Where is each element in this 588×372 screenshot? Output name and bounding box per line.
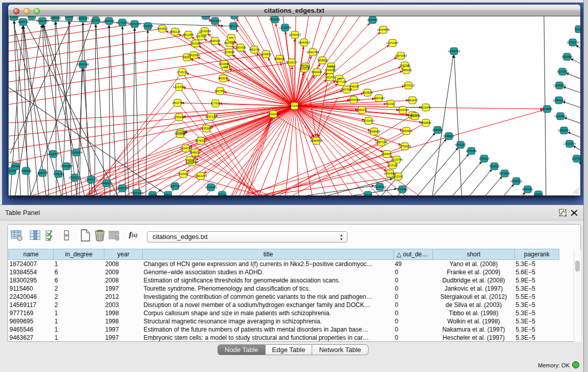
- svg-text:9115460: 9115460: [421, 106, 431, 109]
- svg-text:8215955: 8215955: [542, 107, 553, 111]
- svg-text:546: 546: [229, 36, 234, 39]
- svg-text:12093832: 12093832: [553, 84, 565, 87]
- svg-text:16914479: 16914479: [194, 174, 207, 178]
- svg-text:9084067: 9084067: [382, 152, 393, 156]
- svg-text:16782759: 16782759: [116, 187, 128, 190]
- svg-text:11923448: 11923448: [131, 191, 143, 194]
- svg-text:7955812: 7955812: [317, 59, 328, 62]
- svg-text:9242848: 9242848: [219, 62, 230, 65]
- svg-text:15716485: 15716485: [205, 186, 217, 189]
- svg-text:7485003: 7485003: [401, 69, 412, 72]
- svg-text:22420046: 22420046: [188, 54, 200, 57]
- svg-text:8471676: 8471676: [499, 172, 510, 175]
- svg-text:9245052: 9245052: [522, 188, 533, 191]
- svg-text:1916682: 1916682: [175, 133, 186, 136]
- svg-text:1733426: 1733426: [397, 188, 408, 191]
- svg-text:20691406: 20691406: [36, 19, 49, 23]
- svg-text:16033809: 16033809: [209, 19, 221, 23]
- svg-text:1145194: 1145194: [53, 172, 64, 176]
- svg-text:10655287: 10655287: [77, 17, 89, 20]
- svg-text:9463627: 9463627: [407, 99, 418, 102]
- svg-text:1765493: 1765493: [174, 116, 185, 119]
- svg-text:7625402: 7625402: [178, 172, 189, 176]
- svg-text:16648784: 16648784: [448, 50, 460, 53]
- svg-text:7632621: 7632621: [489, 165, 500, 168]
- svg-text:11353594: 11353594: [200, 127, 212, 130]
- svg-text:16154808: 16154808: [377, 28, 389, 31]
- svg-text:7357224: 7357224: [228, 25, 239, 28]
- svg-text:6497568: 6497568: [341, 88, 352, 91]
- svg-text:5498222: 5498222: [190, 151, 201, 154]
- svg-text:15136141: 15136141: [374, 185, 386, 188]
- svg-text:3624554: 3624554: [362, 91, 373, 94]
- svg-text:15751074: 15751074: [567, 41, 579, 44]
- svg-text:12444153: 12444153: [553, 99, 565, 102]
- svg-text:2087682: 2087682: [367, 18, 378, 21]
- svg-text:2718176: 2718176: [177, 71, 188, 74]
- svg-text:2367608: 2367608: [235, 46, 246, 49]
- svg-text:924505: 924505: [534, 193, 543, 195]
- svg-text:10719151: 10719151: [116, 21, 128, 24]
- svg-text:98577: 98577: [164, 193, 172, 195]
- svg-text:1621072: 1621072: [325, 76, 336, 79]
- svg-text:11056: 11056: [66, 16, 73, 18]
- svg-text:10807487: 10807487: [373, 97, 385, 100]
- svg-text:20053346: 20053346: [77, 63, 89, 66]
- svg-text:16961758: 16961758: [307, 51, 319, 54]
- svg-text:7486372: 7486372: [357, 108, 367, 112]
- svg-text:3675685: 3675685: [224, 51, 235, 54]
- svg-text:12218506: 12218506: [279, 26, 291, 29]
- svg-text:18807249: 18807249: [375, 141, 387, 144]
- svg-text:1527602: 1527602: [91, 19, 101, 22]
- svg-text:15136: 15136: [364, 193, 372, 195]
- svg-text:16120746: 16120746: [390, 158, 403, 161]
- svg-text:15692971: 15692971: [558, 129, 570, 132]
- svg-text:11325419: 11325419: [289, 33, 301, 36]
- svg-text:10543362: 10543362: [189, 42, 202, 45]
- svg-text:10025438: 10025438: [397, 108, 409, 112]
- svg-text:18640910: 18640910: [298, 41, 310, 44]
- svg-text:18300295: 18300295: [267, 113, 279, 116]
- svg-text:8267130: 8267130: [206, 115, 216, 118]
- svg-text:6466160: 6466160: [104, 19, 115, 23]
- svg-text:140994: 140994: [185, 159, 194, 162]
- svg-text:17359924: 17359924: [70, 151, 82, 154]
- svg-text:8186328: 8186328: [210, 39, 221, 42]
- svg-text:8912954: 8912954: [183, 33, 194, 36]
- svg-text:16671355: 16671355: [128, 23, 141, 26]
- svg-text:10654112: 10654112: [510, 180, 522, 183]
- svg-text:2935114: 2935114: [479, 157, 490, 160]
- svg-text:196: 196: [224, 65, 228, 69]
- svg-text:18724007: 18724007: [289, 104, 301, 107]
- svg-text:19384554: 19384554: [310, 139, 322, 142]
- svg-text:817006: 817006: [211, 102, 220, 105]
- svg-text:9327508: 9327508: [224, 41, 235, 45]
- svg-text:1810755: 1810755: [172, 101, 183, 104]
- svg-text:8813054: 8813054: [270, 18, 280, 21]
- svg-text:22975887: 22975887: [60, 165, 73, 168]
- svg-text:5938928: 5938928: [444, 135, 454, 138]
- svg-text:9227342: 9227342: [557, 70, 568, 73]
- svg-text:19756928: 19756928: [399, 145, 411, 148]
- svg-text:1649575: 1649575: [410, 115, 421, 118]
- svg-text:6479197: 6479197: [455, 143, 466, 146]
- svg-text:9327500: 9327500: [196, 35, 207, 38]
- svg-text:62160: 62160: [387, 102, 395, 105]
- svg-text:2133054: 2133054: [9, 16, 19, 18]
- svg-text:1615152: 1615152: [387, 164, 398, 167]
- svg-text:79558: 79558: [328, 65, 335, 68]
- svg-text:10958107: 10958107: [100, 182, 113, 185]
- svg-text:19654923: 19654923: [400, 129, 412, 133]
- svg-text:12213369: 12213369: [173, 85, 185, 89]
- svg-text:7663822: 7663822: [157, 27, 168, 30]
- svg-text:8427552: 8427552: [215, 90, 226, 93]
- svg-text:96614: 96614: [28, 16, 36, 17]
- svg-text:1906414: 1906414: [50, 16, 61, 19]
- svg-text:7515526: 7515526: [143, 25, 154, 28]
- svg-text:8322037: 8322037: [287, 61, 297, 64]
- svg-text:39114: 39114: [9, 169, 16, 172]
- svg-text:11174: 11174: [575, 28, 580, 31]
- svg-text:20364436: 20364436: [347, 98, 360, 101]
- svg-text:1097349: 1097349: [400, 64, 410, 67]
- svg-text:17957275: 17957275: [85, 178, 97, 181]
